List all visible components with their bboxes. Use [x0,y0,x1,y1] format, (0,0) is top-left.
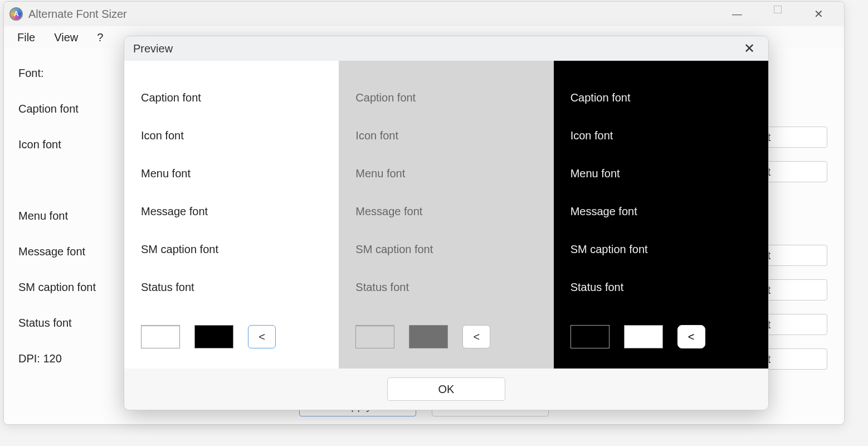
gray-swatch-row: < [355,325,537,357]
dark-bg-swatch[interactable] [570,325,609,348]
light-icon-font: Icon font [141,117,322,154]
dark-status-font: Status font [570,268,752,306]
gray-status-font: Status font [355,268,537,306]
ok-button[interactable]: OK [387,377,505,401]
gray-smcaption-font: SM caption font [355,230,537,268]
light-smcaption-font: SM caption font [141,230,322,268]
gray-caption-font: Caption font [355,79,537,117]
light-message-font: Message font [141,192,322,230]
light-fg-swatch[interactable] [194,325,233,348]
light-swatch-row: < [141,325,322,357]
dark-caption-font: Caption font [570,79,752,117]
menu-help[interactable]: ? [95,29,105,46]
dark-icon-font: Icon font [570,117,752,154]
minimize-button[interactable] [726,6,748,22]
menu-file[interactable]: File [15,29,37,46]
preview-panel-dark: Caption font Icon font Menu font Message… [554,61,768,369]
app-title: Alternate Font Sizer [28,8,127,21]
gray-fg-swatch[interactable] [409,325,448,348]
preview-titlebar: Preview [124,36,768,61]
dark-swap-button[interactable]: < [677,325,705,348]
dark-menu-font: Menu font [570,154,752,192]
gray-message-font: Message font [355,192,537,230]
preview-panel-light: Caption font Icon font Menu font Message… [124,61,339,369]
preview-dialog: Preview Caption font Icon font Menu font… [124,36,769,410]
window-controls [726,6,838,22]
preview-panel-gray: Caption font Icon font Menu font Message… [339,61,553,369]
gray-bg-swatch[interactable] [355,325,394,348]
dark-message-font: Message font [570,192,752,230]
preview-title: Preview [133,42,173,55]
preview-close-button[interactable] [739,38,759,59]
preview-footer: OK [124,369,768,410]
gray-icon-font: Icon font [355,117,537,154]
dark-smcaption-font: SM caption font [570,230,752,268]
light-caption-font: Caption font [141,79,322,117]
preview-body: Caption font Icon font Menu font Message… [124,61,768,369]
light-status-font: Status font [141,268,322,306]
light-swap-button[interactable]: < [248,325,276,348]
app-icon [9,7,23,21]
dark-fg-swatch[interactable] [624,325,663,348]
close-button[interactable] [807,6,830,22]
maximize-button[interactable] [774,6,782,13]
light-bg-swatch[interactable] [141,325,180,348]
menu-view[interactable]: View [52,29,80,46]
gray-swap-button[interactable]: < [462,325,490,348]
gray-menu-font: Menu font [355,154,537,192]
light-menu-font: Menu font [141,154,322,192]
dark-swatch-row: < [570,325,752,357]
titlebar: Alternate Font Sizer [4,2,844,26]
